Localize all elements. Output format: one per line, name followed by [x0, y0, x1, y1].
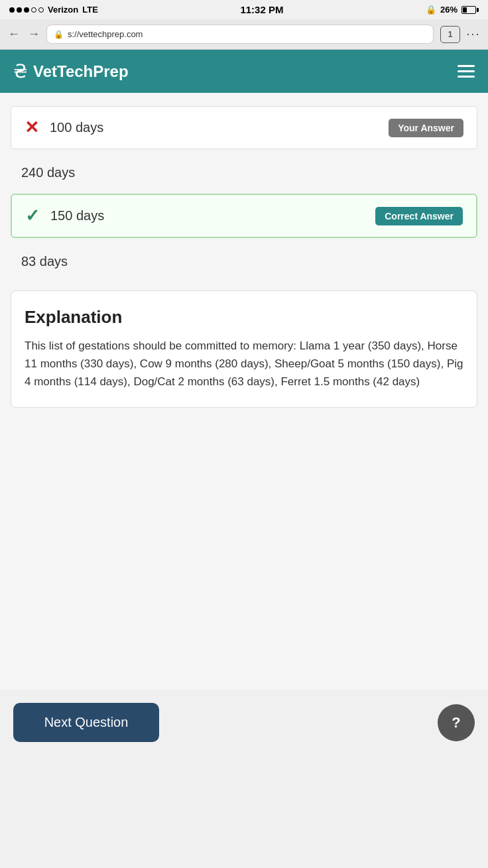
- url-bar[interactable]: 🔒 s://vettechprep.com: [46, 25, 434, 44]
- browser-nav[interactable]: ← →: [8, 27, 40, 41]
- status-left: Verizon LTE: [9, 5, 98, 15]
- explanation-text: This list of gestations should be commit…: [25, 337, 463, 391]
- wrong-icon: ✕: [25, 117, 39, 138]
- main-content: ✕ 100 days Your Answer 240 days ✓ 150 da…: [0, 93, 488, 690]
- help-button[interactable]: ?: [438, 704, 475, 741]
- logo-text: VetTechPrep: [33, 62, 129, 81]
- time-display: 11:32 PM: [240, 4, 283, 15]
- carrier-label: Verizon: [48, 5, 78, 15]
- bottom-bar: Next Question ?: [0, 690, 488, 762]
- explanation-title: Explanation: [25, 307, 463, 328]
- logo-icon: ₴: [13, 60, 28, 82]
- answer-option-1[interactable]: ✕ 100 days Your Answer: [11, 106, 477, 149]
- status-bar: Verizon LTE 11:32 PM 🔒 26%: [0, 0, 488, 19]
- battery-icon: [461, 6, 479, 14]
- battery-percent: 26%: [440, 5, 457, 15]
- explanation-box: Explanation This list of gestations shou…: [11, 290, 477, 408]
- back-button[interactable]: ←: [8, 27, 20, 41]
- forward-button[interactable]: →: [28, 27, 40, 41]
- tab-count-button[interactable]: 1: [440, 26, 460, 43]
- answer-text-4: 83 days: [21, 254, 68, 269]
- status-right: 🔒 26%: [426, 5, 479, 15]
- lock-status-icon: 🔒: [426, 5, 436, 15]
- your-answer-badge: Your Answer: [389, 119, 463, 137]
- answer-option-2[interactable]: 240 days: [11, 157, 477, 188]
- url-text: s://vettechprep.com: [68, 29, 143, 39]
- check-icon: ✓: [25, 206, 40, 226]
- answer-text-3: 150 days: [50, 208, 365, 223]
- browser-menu-button[interactable]: ⋮: [465, 28, 481, 41]
- signal-dots: [9, 7, 44, 13]
- app-header: ₴ VetTechPrep: [0, 50, 488, 93]
- browser-bar: ← → 🔒 s://vettechprep.com 1 ⋮: [0, 19, 488, 50]
- logo-area: ₴ VetTechPrep: [13, 60, 129, 82]
- ssl-lock-icon: 🔒: [54, 30, 64, 39]
- answer-option-4[interactable]: 83 days: [11, 246, 477, 277]
- next-question-button[interactable]: Next Question: [13, 703, 159, 742]
- answer-text-2: 240 days: [21, 165, 75, 180]
- hamburger-menu-button[interactable]: [457, 65, 475, 78]
- answer-text-1: 100 days: [50, 120, 378, 135]
- correct-answer-badge: Correct Answer: [375, 207, 463, 225]
- network-label: LTE: [82, 5, 98, 15]
- answer-option-3[interactable]: ✓ 150 days Correct Answer: [11, 194, 477, 238]
